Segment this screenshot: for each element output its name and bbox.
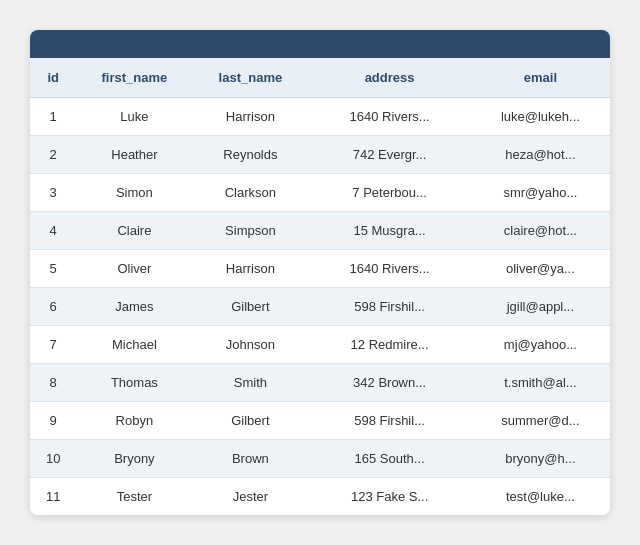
cell-address: 15 Musgra...: [308, 212, 470, 250]
cell-email: claire@hot...: [471, 212, 610, 250]
cell-first_name: Tester: [76, 478, 192, 516]
cell-first_name: James: [76, 288, 192, 326]
cell-first_name: Michael: [76, 326, 192, 364]
cell-address: 598 Firshil...: [308, 288, 470, 326]
cell-id: 8: [30, 364, 76, 402]
cell-address: 598 Firshil...: [308, 402, 470, 440]
cell-first_name: Robyn: [76, 402, 192, 440]
table-row[interactable]: 7MichaelJohnson12 Redmire...mj@yahoo...: [30, 326, 610, 364]
cell-email: mj@yahoo...: [471, 326, 610, 364]
table-row[interactable]: 9RobynGilbert598 Firshil...summer@d...: [30, 402, 610, 440]
table-row[interactable]: 11TesterJester123 Fake S...test@luke...: [30, 478, 610, 516]
table-row[interactable]: 3SimonClarkson7 Peterbou...smr@yaho...: [30, 174, 610, 212]
cell-address: 165 South...: [308, 440, 470, 478]
cell-first_name: Claire: [76, 212, 192, 250]
table-row[interactable]: 6JamesGilbert598 Firshil...jgill@appl...: [30, 288, 610, 326]
cell-last_name: Brown: [192, 440, 308, 478]
cell-address: 742 Evergr...: [308, 136, 470, 174]
cell-address: 342 Brown...: [308, 364, 470, 402]
cell-email: jgill@appl...: [471, 288, 610, 326]
col-header-email: email: [471, 58, 610, 98]
cell-id: 5: [30, 250, 76, 288]
users-table: id first_name last_name address email 1L…: [30, 58, 610, 515]
cell-first_name: Bryony: [76, 440, 192, 478]
cell-first_name: Simon: [76, 174, 192, 212]
table-row[interactable]: 5OliverHarrison1640 Rivers...oliver@ya..…: [30, 250, 610, 288]
cell-email: bryony@h...: [471, 440, 610, 478]
users-table-container: id first_name last_name address email 1L…: [30, 30, 610, 515]
cell-address: 123 Fake S...: [308, 478, 470, 516]
cell-first_name: Oliver: [76, 250, 192, 288]
cell-email: oliver@ya...: [471, 250, 610, 288]
table-title: [30, 30, 610, 58]
cell-first_name: Heather: [76, 136, 192, 174]
col-header-last-name: last_name: [192, 58, 308, 98]
cell-first_name: Thomas: [76, 364, 192, 402]
cell-id: 1: [30, 98, 76, 136]
col-header-first-name: first_name: [76, 58, 192, 98]
table-row[interactable]: 10BryonyBrown165 South...bryony@h...: [30, 440, 610, 478]
cell-id: 11: [30, 478, 76, 516]
cell-first_name: Luke: [76, 98, 192, 136]
cell-last_name: Harrison: [192, 250, 308, 288]
col-header-address: address: [308, 58, 470, 98]
cell-email: summer@d...: [471, 402, 610, 440]
cell-address: 1640 Rivers...: [308, 250, 470, 288]
cell-last_name: Harrison: [192, 98, 308, 136]
cell-last_name: Smith: [192, 364, 308, 402]
table-header: id first_name last_name address email: [30, 58, 610, 98]
cell-id: 6: [30, 288, 76, 326]
cell-last_name: Gilbert: [192, 288, 308, 326]
cell-id: 7: [30, 326, 76, 364]
header-row: id first_name last_name address email: [30, 58, 610, 98]
cell-last_name: Clarkson: [192, 174, 308, 212]
cell-last_name: Simpson: [192, 212, 308, 250]
cell-email: heza@hot...: [471, 136, 610, 174]
cell-address: 12 Redmire...: [308, 326, 470, 364]
cell-id: 3: [30, 174, 76, 212]
cell-last_name: Johnson: [192, 326, 308, 364]
table-row[interactable]: 8ThomasSmith342 Brown...t.smith@al...: [30, 364, 610, 402]
cell-email: smr@yaho...: [471, 174, 610, 212]
table-row[interactable]: 1LukeHarrison1640 Rivers...luke@lukeh...: [30, 98, 610, 136]
cell-id: 9: [30, 402, 76, 440]
cell-last_name: Gilbert: [192, 402, 308, 440]
cell-email: test@luke...: [471, 478, 610, 516]
cell-last_name: Jester: [192, 478, 308, 516]
table-row[interactable]: 4ClaireSimpson15 Musgra...claire@hot...: [30, 212, 610, 250]
cell-last_name: Reynolds: [192, 136, 308, 174]
cell-email: luke@lukeh...: [471, 98, 610, 136]
cell-id: 10: [30, 440, 76, 478]
cell-id: 2: [30, 136, 76, 174]
table-row[interactable]: 2HeatherReynolds742 Evergr...heza@hot...: [30, 136, 610, 174]
cell-email: t.smith@al...: [471, 364, 610, 402]
col-header-id: id: [30, 58, 76, 98]
cell-id: 4: [30, 212, 76, 250]
cell-address: 7 Peterbou...: [308, 174, 470, 212]
table-body: 1LukeHarrison1640 Rivers...luke@lukeh...…: [30, 98, 610, 516]
cell-address: 1640 Rivers...: [308, 98, 470, 136]
